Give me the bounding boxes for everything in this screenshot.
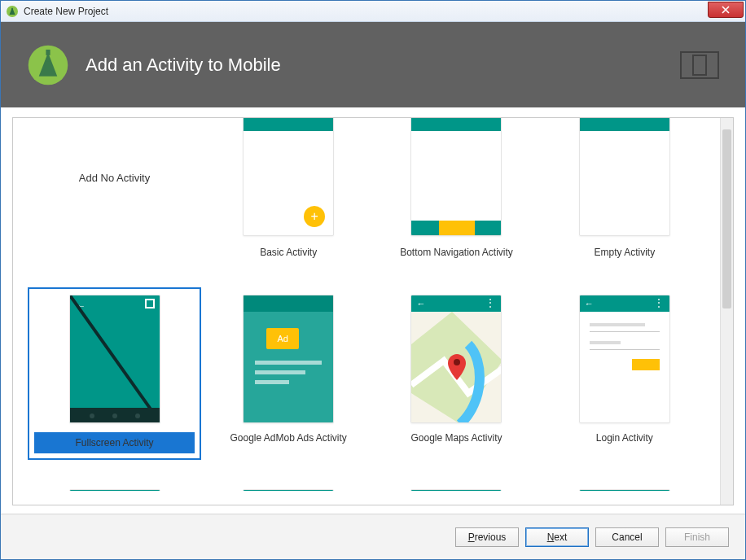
tile-label: Empty Activity	[594, 247, 655, 258]
tile-row3-peek-3[interactable]	[375, 483, 537, 491]
tile-google-maps-activity[interactable]: ←⋮ Google Maps Activity	[375, 287, 537, 460]
next-button[interactable]: Next	[525, 527, 589, 547]
window-title: Create New Project	[24, 6, 708, 17]
titlebar: Create New Project	[1, 1, 745, 22]
wizard-header: Add an Activity to Mobile	[1, 22, 745, 107]
tile-label: Google Maps Activity	[410, 432, 502, 444]
device-icon	[680, 51, 719, 79]
tile-label: Basic Activity	[260, 247, 317, 258]
tile-bottom-navigation-activity[interactable]: Bottom Navigation Activity	[375, 118, 537, 265]
svg-point-4	[46, 57, 50, 61]
previous-button[interactable]: Previous	[455, 527, 519, 547]
svg-point-1	[11, 8, 13, 10]
tile-row3-peek-2[interactable]	[208, 483, 369, 491]
android-studio-logo-icon	[27, 44, 69, 86]
svg-rect-3	[46, 49, 50, 55]
activity-gallery: Add No Activity + Basic Activity	[12, 117, 734, 505]
close-button[interactable]	[708, 2, 744, 18]
no-activity-label: Add No Activity	[66, 118, 164, 238]
tile-empty-activity[interactable]: Empty Activity	[544, 118, 705, 265]
cancel-button[interactable]: Cancel	[595, 527, 659, 547]
page-title: Add an Activity to Mobile	[86, 55, 680, 76]
map-icon	[411, 312, 502, 423]
scrollbar[interactable]	[720, 118, 733, 505]
app-icon	[6, 5, 19, 18]
tile-label: Bottom Navigation Activity	[400, 247, 513, 258]
tile-login-activity[interactable]: ←⋮ Login Activity	[544, 287, 705, 460]
tile-label: Fullscreen Activity	[75, 437, 153, 448]
tile-fullscreen-activity[interactable]: ← Fullscreen Activity	[28, 287, 201, 460]
finish-button: Finish	[665, 527, 729, 547]
svg-point-7	[454, 359, 460, 365]
wizard-footer: Previous Next Cancel Finish	[1, 514, 745, 559]
tile-row3-peek-4[interactable]	[544, 483, 705, 491]
tile-add-no-activity[interactable]: Add No Activity	[28, 118, 201, 265]
tile-basic-activity[interactable]: + Basic Activity	[208, 118, 369, 265]
ad-badge: Ad	[266, 328, 299, 349]
tile-google-admob-ads-activity[interactable]: Ad Google AdMob Ads Activity	[208, 287, 369, 460]
scrollbar-thumb[interactable]	[722, 129, 731, 308]
window: Create New Project Add an Activity to Mo…	[0, 0, 746, 560]
tile-row3-peek-1[interactable]	[28, 483, 201, 491]
tile-label: Google AdMob Ads Activity	[230, 432, 346, 444]
tile-label: Login Activity	[596, 432, 653, 444]
